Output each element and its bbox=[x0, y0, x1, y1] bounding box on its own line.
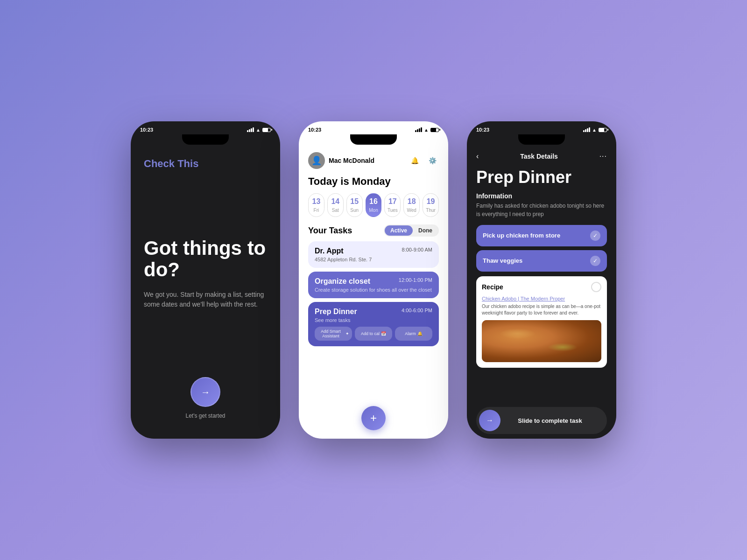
phone-onboarding: 10:23 ▲ Check This Got things to do? We … bbox=[131, 121, 280, 439]
task-title-dinner: Prep Dinner bbox=[315, 308, 357, 316]
info-label: Information bbox=[476, 192, 607, 200]
task-card-closet[interactable]: Organize closet 12:00-1:00 PM Create sto… bbox=[308, 272, 439, 298]
notch-2 bbox=[350, 134, 397, 145]
battery-icon-2 bbox=[430, 128, 439, 132]
quick-btn-assistant[interactable]: Add Smart Assistant ✦ bbox=[315, 327, 352, 341]
date-item-wed[interactable]: 18 Wed bbox=[403, 193, 420, 217]
status-time-3: 10:23 bbox=[476, 127, 489, 133]
task-time-dr-appt: 8:00-9:00 AM bbox=[402, 247, 432, 252]
wifi-icon-1: ▲ bbox=[256, 127, 261, 133]
date-item-mon[interactable]: 16 Mon bbox=[366, 193, 382, 217]
app-logo: Check This bbox=[144, 158, 267, 170]
battery-icon-1 bbox=[262, 128, 271, 132]
slide-complete-button[interactable]: → Slide to complete task bbox=[476, 407, 607, 434]
back-button[interactable]: ‹ bbox=[476, 152, 479, 161]
more-options-button[interactable]: ··· bbox=[599, 152, 607, 161]
toggle-active[interactable]: Active bbox=[385, 225, 413, 236]
detail-nav-title: Task Details bbox=[520, 153, 558, 160]
signal-icon-3 bbox=[583, 127, 590, 132]
signal-icon-2 bbox=[415, 127, 422, 132]
slide-circle-icon: → bbox=[479, 410, 500, 431]
recipe-title: Recipe bbox=[482, 283, 503, 291]
check-circle-chicken: ✓ bbox=[590, 231, 600, 241]
recipe-link[interactable]: Chicken Adobo | The Modern Proper bbox=[482, 296, 601, 301]
slide-text: Slide to complete task bbox=[500, 417, 599, 424]
date-strip: 13 Fri 14 Sat 15 Sun 16 Mon 17 Tues 18 W… bbox=[308, 193, 439, 217]
bell-icon[interactable]: 🔔 bbox=[408, 154, 421, 167]
task-time-closet: 12:00-1:00 PM bbox=[399, 277, 432, 283]
checklist-text-chicken: Pick up chicken from store bbox=[483, 232, 560, 239]
checklist-item-veggies[interactable]: Thaw veggies ✓ bbox=[476, 250, 607, 272]
add-task-button[interactable]: + bbox=[361, 406, 386, 430]
task-time-dinner: 4:00-6:00 PM bbox=[402, 308, 432, 313]
date-item-fri[interactable]: 13 Fri bbox=[308, 193, 324, 217]
cta-label: Let's get started bbox=[185, 413, 225, 419]
quick-btn-cal[interactable]: Add to cal 📅 bbox=[355, 327, 392, 341]
date-item-tues[interactable]: 17 Tues bbox=[384, 193, 401, 217]
recipe-desc: Our chicken adobo recipe is simple as ca… bbox=[482, 303, 601, 316]
subtitle: We got you. Start by making a list, sett… bbox=[144, 290, 267, 309]
task-sub-closet: Create storage solution for shoes all ov… bbox=[315, 287, 432, 293]
recipe-image bbox=[482, 320, 601, 362]
status-time-2: 10:23 bbox=[308, 127, 321, 133]
checkmark-icon-chicken: ✓ bbox=[593, 232, 598, 239]
date-item-sat[interactable]: 14 Sat bbox=[327, 193, 344, 217]
avatar: 👤 bbox=[308, 152, 325, 169]
user-header: 👤 Mac McDonald 🔔 ⚙️ bbox=[308, 152, 439, 169]
quick-btn-alarm[interactable]: Alarm 🔔 bbox=[395, 327, 432, 341]
wifi-icon-3: ▲ bbox=[592, 127, 597, 133]
signal-icon-1 bbox=[247, 127, 254, 132]
phone-tasks: 10:23 ▲ 👤 Mac McDonald 🔔 ⚙️ Today is Mon… bbox=[299, 121, 448, 439]
settings-icon[interactable]: ⚙️ bbox=[426, 154, 439, 167]
arrow-icon-slide: → bbox=[486, 416, 493, 425]
tagline: Got things to do? bbox=[144, 238, 267, 280]
checkmark-icon-veggies: ✓ bbox=[593, 258, 598, 264]
checklist-item-chicken[interactable]: Pick up chicken from store ✓ bbox=[476, 225, 607, 246]
checklist-text-veggies: Thaw veggies bbox=[483, 257, 522, 264]
check-circle-veggies: ✓ bbox=[590, 256, 600, 266]
notch-1 bbox=[182, 134, 229, 145]
today-label: Today is Monday bbox=[308, 175, 439, 188]
task-sub-dinner: See more tasks bbox=[315, 317, 432, 323]
task-card-dinner[interactable]: Prep Dinner 4:00-6:00 PM See more tasks … bbox=[308, 302, 439, 346]
recipe-circle bbox=[591, 282, 601, 292]
notch-3 bbox=[518, 134, 565, 145]
date-item-thur[interactable]: 19 Thur bbox=[423, 193, 439, 217]
recipe-card[interactable]: Recipe Chicken Adobo | The Modern Proper… bbox=[476, 276, 607, 368]
wifi-icon-2: ▲ bbox=[424, 127, 429, 133]
status-time-1: 10:23 bbox=[140, 127, 153, 133]
task-title-closet: Organize closet bbox=[315, 277, 370, 286]
date-item-sun[interactable]: 15 Sun bbox=[346, 193, 363, 217]
battery-icon-3 bbox=[599, 128, 607, 132]
tasks-toggle: Active Done bbox=[384, 224, 439, 237]
quick-actions: Add Smart Assistant ✦ Add to cal 📅 Alarm… bbox=[315, 327, 432, 341]
info-text: Family has asked for chicken adobo tonig… bbox=[476, 202, 607, 218]
tasks-title: Your Tasks bbox=[308, 226, 352, 236]
checklist: Pick up chicken from store ✓ Thaw veggie… bbox=[476, 225, 607, 272]
arrow-right-icon: → bbox=[201, 387, 210, 398]
task-big-title: Prep Dinner bbox=[476, 168, 607, 187]
get-started-button[interactable]: → bbox=[190, 377, 220, 407]
user-name: Mac McDonald bbox=[329, 157, 374, 164]
phone-task-detail: 10:23 ▲ ‹ Task Details ··· Prep Dinner I… bbox=[467, 121, 616, 439]
task-card-dr-appt[interactable]: Dr. Appt 8:00-9:00 AM 4582 Appleton Rd. … bbox=[308, 241, 439, 268]
toggle-done[interactable]: Done bbox=[413, 225, 438, 236]
task-sub-dr-appt: 4582 Appleton Rd. Ste. 7 bbox=[315, 257, 432, 262]
task-title-dr-appt: Dr. Appt bbox=[315, 247, 344, 255]
